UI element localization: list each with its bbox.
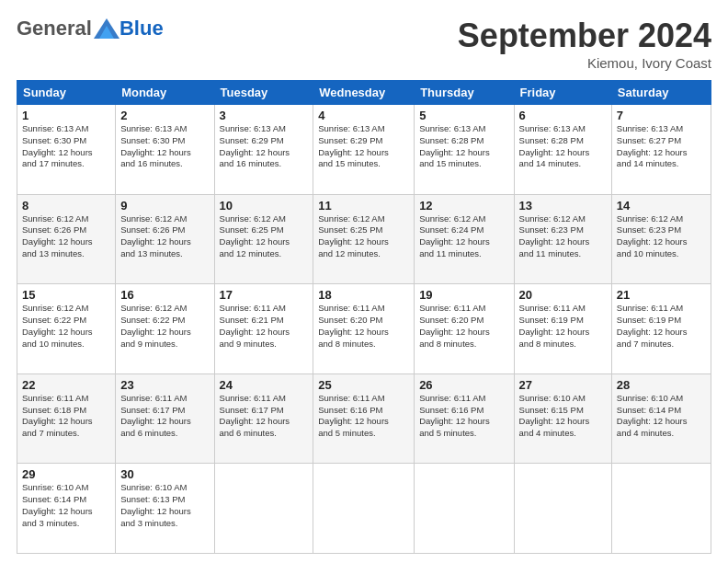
day-info: Sunrise: 6:13 AM Sunset: 6:27 PM Dayligh…	[617, 123, 706, 170]
calendar-cell: 10Sunrise: 6:12 AM Sunset: 6:25 PM Dayli…	[214, 194, 313, 284]
day-number: 16	[120, 288, 209, 302]
day-number: 24	[220, 378, 309, 392]
day-number: 10	[220, 199, 309, 213]
calendar-week-row: 15Sunrise: 6:12 AM Sunset: 6:22 PM Dayli…	[17, 284, 711, 374]
day-number: 5	[419, 109, 508, 122]
month-year: September 2024	[458, 17, 711, 55]
day-info: Sunrise: 6:11 AM Sunset: 6:19 PM Dayligh…	[519, 303, 607, 350]
calendar-cell	[313, 464, 415, 554]
day-number: 4	[318, 109, 409, 122]
day-info: Sunrise: 6:11 AM Sunset: 6:16 PM Dayligh…	[419, 393, 508, 440]
calendar-cell: 17Sunrise: 6:11 AM Sunset: 6:21 PM Dayli…	[214, 284, 313, 374]
day-info: Sunrise: 6:12 AM Sunset: 6:25 PM Dayligh…	[220, 213, 309, 260]
calendar-week-row: 1Sunrise: 6:13 AM Sunset: 6:30 PM Daylig…	[17, 105, 711, 195]
day-number: 22	[22, 378, 110, 392]
calendar-cell: 16Sunrise: 6:12 AM Sunset: 6:22 PM Dayli…	[116, 284, 214, 374]
calendar-cell	[514, 464, 611, 554]
calendar-cell: 27Sunrise: 6:10 AM Sunset: 6:15 PM Dayli…	[514, 373, 611, 464]
calendar-cell: 2Sunrise: 6:13 AM Sunset: 6:30 PM Daylig…	[116, 105, 214, 195]
day-info: Sunrise: 6:11 AM Sunset: 6:16 PM Dayligh…	[318, 393, 409, 440]
calendar-cell: 1Sunrise: 6:13 AM Sunset: 6:30 PM Daylig…	[17, 105, 116, 195]
logo-icon	[94, 18, 119, 39]
day-info: Sunrise: 6:13 AM Sunset: 6:30 PM Dayligh…	[22, 123, 110, 170]
col-header-friday: Friday	[514, 81, 611, 105]
col-header-sunday: Sunday	[17, 81, 116, 105]
day-info: Sunrise: 6:13 AM Sunset: 6:29 PM Dayligh…	[318, 123, 409, 170]
day-number: 29	[22, 467, 110, 481]
calendar-cell: 8Sunrise: 6:12 AM Sunset: 6:26 PM Daylig…	[17, 194, 116, 284]
day-info: Sunrise: 6:12 AM Sunset: 6:26 PM Dayligh…	[120, 213, 209, 260]
calendar-week-row: 29Sunrise: 6:10 AM Sunset: 6:14 PM Dayli…	[17, 464, 711, 554]
calendar-week-row: 8Sunrise: 6:12 AM Sunset: 6:26 PM Daylig…	[17, 194, 711, 284]
day-number: 18	[318, 288, 409, 302]
calendar-cell: 20Sunrise: 6:11 AM Sunset: 6:19 PM Dayli…	[514, 284, 611, 374]
day-number: 26	[419, 378, 508, 392]
day-number: 7	[617, 109, 706, 122]
day-number: 20	[519, 288, 607, 302]
col-header-tuesday: Tuesday	[214, 81, 313, 105]
calendar-cell: 11Sunrise: 6:12 AM Sunset: 6:25 PM Dayli…	[313, 194, 415, 284]
calendar-cell: 21Sunrise: 6:11 AM Sunset: 6:19 PM Dayli…	[611, 284, 711, 374]
day-info: Sunrise: 6:12 AM Sunset: 6:26 PM Dayligh…	[22, 213, 110, 260]
col-header-monday: Monday	[116, 81, 214, 105]
day-info: Sunrise: 6:10 AM Sunset: 6:14 PM Dayligh…	[617, 393, 706, 440]
calendar-cell: 4Sunrise: 6:13 AM Sunset: 6:29 PM Daylig…	[313, 105, 415, 195]
day-info: Sunrise: 6:12 AM Sunset: 6:23 PM Dayligh…	[617, 213, 706, 260]
day-number: 21	[617, 288, 706, 302]
day-info: Sunrise: 6:11 AM Sunset: 6:20 PM Dayligh…	[318, 303, 409, 350]
day-number: 11	[318, 199, 409, 213]
calendar-cell: 13Sunrise: 6:12 AM Sunset: 6:23 PM Dayli…	[514, 194, 611, 284]
calendar-cell: 25Sunrise: 6:11 AM Sunset: 6:16 PM Dayli…	[313, 373, 415, 464]
calendar-cell: 6Sunrise: 6:13 AM Sunset: 6:28 PM Daylig…	[514, 105, 611, 195]
day-number: 6	[519, 109, 607, 122]
calendar-cell: 3Sunrise: 6:13 AM Sunset: 6:29 PM Daylig…	[214, 105, 313, 195]
day-number: 17	[220, 288, 309, 302]
day-number: 27	[519, 378, 607, 392]
calendar-cell: 15Sunrise: 6:12 AM Sunset: 6:22 PM Dayli…	[17, 284, 116, 374]
calendar-cell: 26Sunrise: 6:11 AM Sunset: 6:16 PM Dayli…	[415, 373, 514, 464]
day-number: 25	[318, 378, 409, 392]
calendar-cell: 9Sunrise: 6:12 AM Sunset: 6:26 PM Daylig…	[116, 194, 214, 284]
header: General Blue September 2024 Kiemou, Ivor…	[17, 17, 711, 71]
calendar-cell	[611, 464, 711, 554]
calendar-cell	[214, 464, 313, 554]
calendar-cell: 28Sunrise: 6:10 AM Sunset: 6:14 PM Dayli…	[611, 373, 711, 464]
day-info: Sunrise: 6:13 AM Sunset: 6:28 PM Dayligh…	[419, 123, 508, 170]
day-info: Sunrise: 6:13 AM Sunset: 6:29 PM Dayligh…	[220, 123, 309, 170]
calendar-table: SundayMondayTuesdayWednesdayThursdayFrid…	[17, 80, 711, 554]
day-number: 13	[519, 199, 607, 213]
day-number: 2	[120, 109, 209, 122]
calendar-cell: 30Sunrise: 6:10 AM Sunset: 6:13 PM Dayli…	[116, 464, 214, 554]
calendar-cell: 24Sunrise: 6:11 AM Sunset: 6:17 PM Dayli…	[214, 373, 313, 464]
day-number: 1	[22, 109, 110, 122]
day-info: Sunrise: 6:11 AM Sunset: 6:21 PM Dayligh…	[220, 303, 309, 350]
logo: General Blue	[17, 17, 164, 40]
day-info: Sunrise: 6:11 AM Sunset: 6:18 PM Dayligh…	[22, 393, 110, 440]
day-number: 12	[419, 199, 508, 213]
calendar-cell: 18Sunrise: 6:11 AM Sunset: 6:20 PM Dayli…	[313, 284, 415, 374]
day-number: 15	[22, 288, 110, 302]
day-number: 23	[120, 378, 209, 392]
calendar-cell: 19Sunrise: 6:11 AM Sunset: 6:20 PM Dayli…	[415, 284, 514, 374]
calendar-header-row: SundayMondayTuesdayWednesdayThursdayFrid…	[17, 81, 711, 105]
page: General Blue September 2024 Kiemou, Ivor…	[0, 0, 728, 563]
col-header-saturday: Saturday	[611, 81, 711, 105]
logo-blue-text: Blue	[119, 17, 164, 40]
calendar-cell: 22Sunrise: 6:11 AM Sunset: 6:18 PM Dayli…	[17, 373, 116, 464]
day-number: 3	[220, 109, 309, 122]
day-number: 30	[120, 467, 209, 481]
day-number: 14	[617, 199, 706, 213]
col-header-thursday: Thursday	[415, 81, 514, 105]
calendar-cell: 29Sunrise: 6:10 AM Sunset: 6:14 PM Dayli…	[17, 464, 116, 554]
day-number: 19	[419, 288, 508, 302]
day-info: Sunrise: 6:10 AM Sunset: 6:14 PM Dayligh…	[22, 482, 110, 529]
day-info: Sunrise: 6:13 AM Sunset: 6:30 PM Dayligh…	[120, 123, 209, 170]
title-area: September 2024 Kiemou, Ivory Coast	[458, 17, 711, 71]
day-info: Sunrise: 6:12 AM Sunset: 6:22 PM Dayligh…	[120, 303, 209, 350]
day-info: Sunrise: 6:10 AM Sunset: 6:13 PM Dayligh…	[120, 482, 209, 529]
day-info: Sunrise: 6:13 AM Sunset: 6:28 PM Dayligh…	[519, 123, 607, 170]
day-info: Sunrise: 6:12 AM Sunset: 6:22 PM Dayligh…	[22, 303, 110, 350]
calendar-week-row: 22Sunrise: 6:11 AM Sunset: 6:18 PM Dayli…	[17, 373, 711, 464]
calendar-cell: 14Sunrise: 6:12 AM Sunset: 6:23 PM Dayli…	[611, 194, 711, 284]
day-number: 28	[617, 378, 706, 392]
